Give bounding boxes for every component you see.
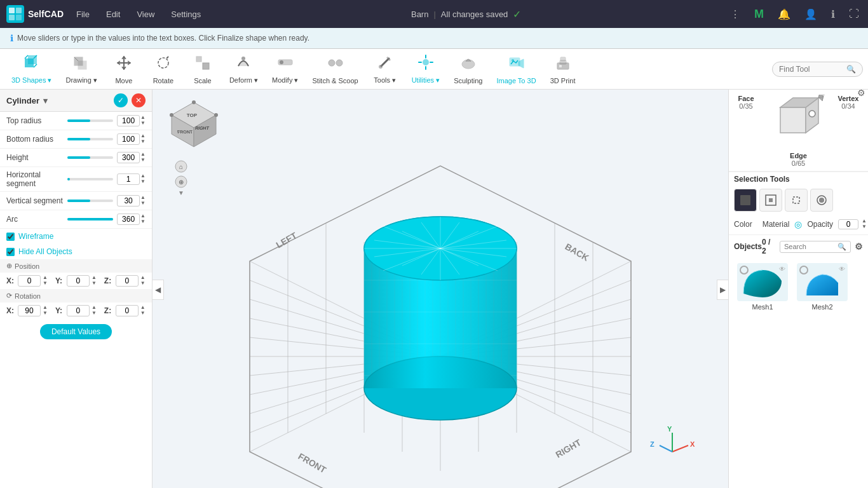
mesh1-visibility-icon[interactable]: 👁 — [779, 266, 785, 273]
rot-x-field[interactable] — [18, 305, 41, 316]
tool-tools[interactable]: Tools ▾ — [366, 51, 404, 87]
tool-image3d[interactable]: Image To 3D — [490, 51, 542, 87]
front-label: FRONT — [297, 451, 329, 475]
arc-spinners: ▲ ▼ — [140, 214, 146, 225]
pos-y-down[interactable]: ▼ — [92, 281, 97, 287]
rot-x-down[interactable]: ▼ — [43, 311, 48, 316]
tool-sculpting[interactable]: Sculpting — [447, 51, 489, 87]
sel-box-button[interactable] — [759, 189, 782, 212]
bottom-radius-down[interactable]: ▼ — [140, 139, 146, 145]
tool-move[interactable]: Move — [105, 51, 143, 87]
arc-down[interactable]: ▼ — [140, 219, 146, 225]
find-tool[interactable]: 🔍 — [772, 62, 863, 77]
param-bottom-radius-label: Bottom radius — [6, 135, 64, 144]
sel-paint-button[interactable] — [810, 189, 833, 212]
collapse-left-button[interactable]: ◀ — [153, 280, 164, 300]
svg-point-18 — [329, 60, 335, 66]
hide-all-row[interactable]: Hide All Objects — [0, 244, 152, 259]
menu-file[interactable]: File — [72, 7, 93, 22]
rot-z-field[interactable] — [116, 305, 139, 316]
vert-segment-track[interactable] — [67, 200, 113, 202]
wireframe-checkbox[interactable] — [6, 233, 15, 241]
top-radius-down[interactable]: ▼ — [140, 121, 146, 126]
height-down[interactable]: ▼ — [140, 158, 146, 163]
vert-segment-input[interactable] — [117, 195, 140, 207]
bottom-radius-track[interactable] — [67, 138, 113, 140]
user-icon[interactable]: 👤 — [802, 6, 820, 23]
pos-z-field[interactable] — [116, 275, 139, 287]
opacity-down[interactable]: ▼ — [862, 224, 867, 230]
pos-y-field[interactable] — [67, 275, 90, 287]
sel-lasso-button[interactable] — [785, 189, 808, 212]
cancel-button[interactable]: ✕ — [132, 93, 146, 107]
param-vert-segment-label: Vertical segment — [6, 196, 64, 205]
panel-settings-gear[interactable]: ⚙ — [857, 88, 865, 98]
mesh2-circle[interactable] — [799, 266, 808, 274]
menu-edit[interactable]: Edit — [102, 7, 124, 22]
menu-view[interactable]: View — [133, 7, 158, 22]
pos-x-down[interactable]: ▼ — [43, 281, 48, 287]
tool-deform[interactable]: Deform ▾ — [223, 51, 264, 87]
tool-drawing[interactable]: Drawing ▾ — [59, 51, 103, 87]
opacity-input[interactable] — [838, 219, 858, 229]
svg-point-19 — [336, 60, 342, 66]
notification-icon[interactable]: 🔔 — [775, 6, 793, 23]
height-track[interactable] — [67, 156, 113, 159]
horiz-segment-track[interactable] — [67, 178, 113, 180]
tool-stitch[interactable]: Stitch & Scoop — [306, 51, 364, 87]
edge-label: Edge — [790, 152, 807, 159]
height-input[interactable] — [117, 152, 140, 163]
tool-rotate[interactable]: Rotate — [144, 51, 182, 87]
mesh2-visibility-icon[interactable]: 👁 — [839, 266, 845, 273]
rot-y-label: Y: — [55, 306, 64, 315]
rot-z-down[interactable]: ▼ — [140, 311, 146, 316]
pos-x-field[interactable] — [18, 275, 41, 287]
objects-search-input[interactable] — [784, 243, 835, 250]
arc-track[interactable] — [67, 218, 113, 220]
wireframe-label: Wireframe — [18, 232, 53, 241]
mesh2-thumb[interactable]: 👁 — [797, 263, 848, 301]
confirm-button[interactable]: ✓ — [114, 93, 128, 107]
panel-title-text: Cylinder — [6, 96, 39, 105]
horiz-segment-down[interactable]: ▼ — [140, 179, 146, 185]
tool-modify[interactable]: Modify ▾ — [266, 51, 304, 87]
menu-settings[interactable]: Settings — [167, 7, 205, 22]
rot-y-down[interactable]: ▼ — [92, 311, 97, 316]
vert-segment-down[interactable]: ▼ — [140, 201, 146, 207]
tool-scale[interactable]: Scale — [184, 51, 222, 87]
app-logo[interactable]: SelfCAD — [6, 5, 64, 23]
objects-search[interactable]: 🔍 — [780, 241, 851, 253]
tool-utilities[interactable]: Utilities ▾ — [405, 51, 447, 87]
rotation-section[interactable]: ⟳ Rotation — [0, 289, 152, 302]
position-section[interactable]: ⊕ Position — [0, 259, 152, 273]
sel-face-button[interactable] — [734, 189, 757, 212]
search-icon: 🔍 — [846, 65, 856, 74]
wireframe-row[interactable]: Wireframe — [0, 229, 152, 244]
bottom-radius-input[interactable] — [117, 133, 140, 145]
meshcraft-icon[interactable]: M — [752, 5, 766, 24]
default-values-button[interactable]: Default Values — [40, 324, 112, 339]
top-radius-track[interactable] — [67, 119, 113, 122]
panel-dropdown-icon[interactable]: ▾ — [43, 96, 48, 105]
fullscreen-icon[interactable]: ⛶ — [846, 6, 862, 22]
param-arc-label: Arc — [6, 215, 64, 224]
main-layout: Cylinder ▾ ✓ ✕ Top radius ▲ ▼ — [0, 90, 868, 488]
find-tool-input[interactable] — [779, 65, 843, 74]
top-radius-input[interactable] — [117, 115, 140, 126]
horiz-segment-input[interactable] — [117, 173, 140, 185]
material-icon[interactable]: ◎ — [794, 219, 802, 229]
hide-all-checkbox[interactable] — [6, 248, 15, 256]
mesh1-thumb[interactable]: 👁 — [737, 263, 788, 301]
collapse-right-button[interactable]: ▶ — [717, 280, 728, 300]
svg-line-8 — [34, 64, 37, 67]
mesh1-circle[interactable] — [740, 266, 749, 274]
pos-z-down[interactable]: ▼ — [140, 281, 146, 287]
arc-input[interactable] — [117, 214, 140, 225]
rot-y-field[interactable] — [67, 305, 90, 316]
tool-modify-label: Modify ▾ — [272, 76, 298, 85]
info-icon[interactable]: ℹ — [829, 6, 837, 23]
tool-3dshapes[interactable]: 3D Shapes ▾ — [5, 51, 58, 87]
share-icon[interactable]: ⋮ — [728, 6, 743, 23]
objects-settings-icon[interactable]: ⚙ — [855, 241, 863, 252]
tool-3dprint[interactable]: 3D Print — [544, 51, 582, 87]
